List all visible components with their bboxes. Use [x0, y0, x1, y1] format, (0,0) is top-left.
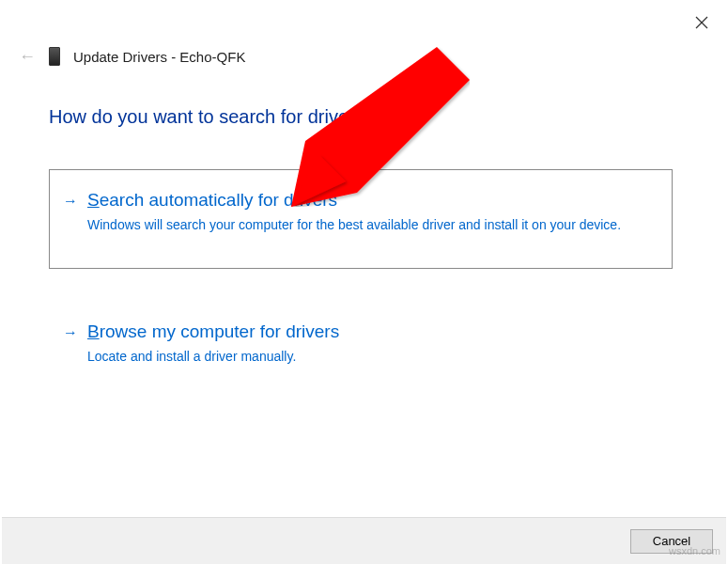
- arrow-right-icon: →: [63, 193, 78, 210]
- wizard-header: ← Update Drivers - Echo-QFK: [19, 47, 245, 66]
- window-title: Update Drivers - Echo-QFK: [73, 49, 245, 65]
- close-button[interactable]: [692, 13, 711, 32]
- watermark-text: wsxdn.com: [669, 545, 720, 556]
- wizard-footer: Cancel: [2, 517, 726, 564]
- option-browse-computer[interactable]: → Browse my computer for drivers Locate …: [49, 303, 673, 384]
- back-arrow-icon: ←: [19, 48, 36, 65]
- option-auto-description: Windows will search your computer for th…: [87, 216, 651, 235]
- option-auto-title: Search automatically for drivers: [87, 189, 651, 212]
- arrow-right-icon: →: [63, 324, 78, 341]
- option-browse-title: Browse my computer for drivers: [87, 321, 651, 344]
- close-icon: [695, 16, 708, 29]
- option-search-automatically[interactable]: → Search automatically for drivers Windo…: [49, 169, 673, 269]
- page-heading: How do you want to search for drivers?: [49, 106, 375, 128]
- device-icon: [49, 47, 60, 66]
- option-browse-description: Locate and install a driver manually.: [87, 348, 651, 367]
